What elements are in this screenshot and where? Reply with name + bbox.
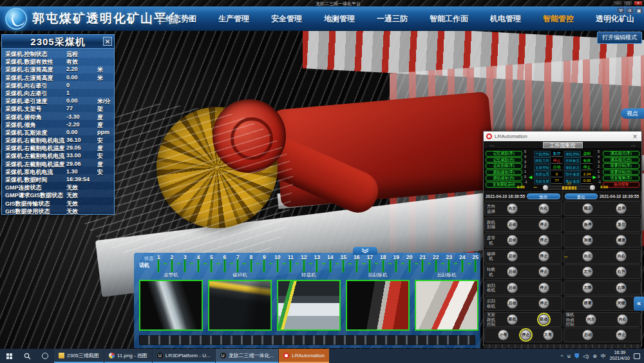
control-button[interactable]: 启动 xyxy=(507,235,518,246)
control-button[interactable]: 向右 xyxy=(616,251,627,262)
support-status-cell[interactable]: 4 xyxy=(192,254,205,272)
taskbar-item[interactable]: LRAutomation xyxy=(279,349,329,363)
camera-item[interactable]: 破碎机 xyxy=(208,272,272,331)
support-status-cell[interactable]: 13 xyxy=(310,254,324,272)
camera-item[interactable]: 转载机 xyxy=(277,272,341,331)
control-button[interactable]: 顺启 xyxy=(582,203,593,214)
control-button[interactable]: 复位 xyxy=(616,219,627,230)
camera-thumbnail[interactable] xyxy=(346,280,410,331)
control-button[interactable]: 向左 xyxy=(582,251,593,262)
control-button[interactable]: 停止 xyxy=(616,329,627,340)
slider-track[interactable]: 77 xyxy=(544,186,594,190)
tab-workface-control[interactable]: 工作面集控 xyxy=(543,142,583,148)
control-button[interactable]: 右降 xyxy=(616,282,627,293)
shearer-position-slider[interactable]: 0.00 ← 77 0.00 xyxy=(529,183,596,191)
control-button[interactable]: 停止 xyxy=(538,219,549,230)
slider-knob[interactable] xyxy=(543,185,548,190)
control-button[interactable]: 急停 xyxy=(582,219,593,230)
control-button[interactable]: 启动 xyxy=(507,298,518,309)
taskbar-item[interactable]: 11.png - 画图 xyxy=(104,349,152,363)
mode-button[interactable]: 远程割煤(手) xyxy=(486,163,522,169)
viewpoint-tab[interactable]: 视点 xyxy=(621,108,644,119)
open-edit-mode-button[interactable]: 打开编辑模式 xyxy=(597,32,642,44)
panel-collapse-button[interactable] xyxy=(353,247,377,255)
control-button[interactable]: 左降 xyxy=(582,282,593,293)
support-status-cell[interactable]: 24 xyxy=(456,254,469,272)
toolbar-icon[interactable]: ▣ xyxy=(635,7,643,14)
network-icon[interactable]: ⊕ xyxy=(592,353,597,359)
camera-item[interactable]: 后刮板机 xyxy=(415,272,478,331)
control-button[interactable]: 停止 xyxy=(520,329,531,340)
support-status-cell[interactable]: 1 xyxy=(152,254,166,272)
mode-button[interactable]: 记忆截割(自) xyxy=(486,157,522,163)
control-button[interactable]: 向左 xyxy=(585,314,596,325)
shearer-marker[interactable] xyxy=(562,186,577,190)
control-button[interactable]: 停止 xyxy=(538,266,549,277)
control-button[interactable]: 启动 xyxy=(507,282,518,293)
mode-button[interactable]: 记忆截割(手) xyxy=(486,151,522,157)
reset-button[interactable]: 复位 xyxy=(565,193,598,199)
estop-button[interactable]: 急停 xyxy=(527,193,560,199)
maximize-button[interactable]: ▢ xyxy=(623,1,632,6)
search-button[interactable] xyxy=(18,349,36,363)
support-status-cell[interactable]: 19 xyxy=(390,254,403,272)
support-status-cell[interactable]: 11 xyxy=(284,254,298,272)
support-status-cell[interactable]: 3 xyxy=(178,254,192,272)
hidden-icons-chevron-icon[interactable]: ^ xyxy=(561,353,564,359)
camera-item[interactable]: 皮带机 xyxy=(139,272,203,331)
ime-indicator[interactable]: 中 xyxy=(601,353,606,360)
support-status-cell[interactable]: 16 xyxy=(350,254,364,272)
control-button[interactable]: 大弯 xyxy=(543,329,554,340)
camera-thumbnail[interactable] xyxy=(415,280,478,331)
panel-close-icon[interactable]: ✕ xyxy=(103,37,112,46)
mode-button[interactable]: 调高模式(自) xyxy=(603,157,639,163)
support-status-cell[interactable]: 22 xyxy=(430,254,443,272)
control-button[interactable]: 加速 xyxy=(582,235,593,246)
lr-close-icon[interactable]: ✕ xyxy=(631,133,639,140)
control-button[interactable]: 启动 xyxy=(507,251,518,262)
control-button[interactable]: 向右 xyxy=(617,314,628,325)
support-status-cell[interactable]: 14 xyxy=(324,254,337,272)
minimize-button[interactable]: – xyxy=(613,1,622,6)
nav-menu-item[interactable]: 智能工作面 xyxy=(419,14,479,25)
control-button[interactable]: 启动 xyxy=(582,329,593,340)
nav-menu-item[interactable]: 智能管控 xyxy=(532,14,585,25)
toolbar-icon[interactable]: ⚒ xyxy=(617,7,625,14)
control-button[interactable]: 左升 xyxy=(582,266,593,277)
control-button[interactable]: 喷雾 xyxy=(582,298,593,309)
control-button[interactable]: 停止 xyxy=(538,251,549,262)
mode-button[interactable]: 喷雾控制(自) xyxy=(603,170,639,175)
support-status-cell[interactable]: 25 xyxy=(469,254,480,272)
side-collapse-icon[interactable]: « xyxy=(634,297,644,311)
support-status-cell[interactable]: 9 xyxy=(258,254,271,272)
volume-icon[interactable]: ◁) xyxy=(583,353,589,359)
mode-button[interactable]: 急停报警 xyxy=(603,182,639,188)
support-status-cell[interactable]: 21 xyxy=(416,254,430,272)
mode-button[interactable]: 语音预警(手) xyxy=(603,175,639,181)
control-button[interactable]: 停止 xyxy=(538,235,549,246)
control-button[interactable]: 减速 xyxy=(616,235,627,246)
nav-menu-item[interactable]: 地测管理 xyxy=(313,14,366,25)
security-shield-icon[interactable] xyxy=(574,353,579,358)
taskbar-item[interactable]: 2305三维截图 xyxy=(54,349,104,363)
control-button[interactable]: 总停 xyxy=(616,203,627,214)
close-button[interactable]: ✕ xyxy=(634,1,643,6)
camera-thumbnail[interactable] xyxy=(139,280,203,331)
support-status-cell[interactable]: 2 xyxy=(166,254,179,272)
mode-button[interactable]: 喷雾控制(手) xyxy=(603,163,639,169)
mode-button[interactable]: 跟机移架(自) xyxy=(486,175,522,181)
nav-menu-item[interactable]: 三维态势图 xyxy=(147,14,207,25)
toolbar-icon[interactable]: ⚙ xyxy=(626,7,634,14)
control-button[interactable]: 启动 xyxy=(507,219,518,230)
control-button[interactable]: 联动 xyxy=(538,314,549,325)
control-button[interactable]: 小弯 xyxy=(498,329,509,340)
mode-button[interactable]: 调高模式(手) xyxy=(603,151,639,157)
nav-menu-item[interactable]: 一通三防 xyxy=(366,14,419,25)
nav-menu-item[interactable]: 透明化矿山 xyxy=(585,14,644,25)
support-status-cell[interactable]: 23 xyxy=(442,254,456,272)
camera-thumbnail[interactable] xyxy=(277,280,341,331)
usb-icon[interactable]: ⊍ xyxy=(567,353,571,359)
control-button[interactable]: 闭锁 xyxy=(616,298,627,309)
notification-center-icon[interactable] xyxy=(634,353,640,359)
control-button[interactable]: 停止 xyxy=(538,282,549,293)
